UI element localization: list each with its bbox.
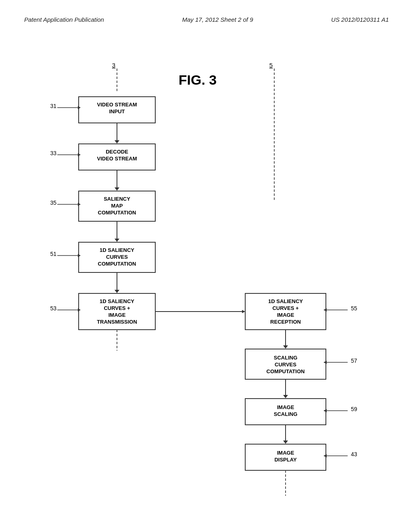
svg-text:VIDEO STREAM: VIDEO STREAM: [97, 102, 137, 108]
node-label-43: 43: [351, 451, 357, 457]
svg-text:TRANSMISSION: TRANSMISSION: [97, 319, 137, 325]
node-label-59: 59: [351, 406, 357, 412]
svg-text:CURVES: CURVES: [106, 254, 128, 260]
label-3: 3: [112, 62, 115, 69]
svg-text:DECODE: DECODE: [106, 149, 128, 155]
svg-text:CURVES: CURVES: [275, 362, 296, 368]
node-label-33: 33: [50, 150, 56, 156]
svg-marker-11: [115, 187, 119, 191]
node-label-31: 31: [50, 103, 56, 109]
svg-text:DISPLAY: DISPLAY: [274, 457, 296, 463]
label-5: 5: [269, 62, 273, 69]
svg-text:IMAGE: IMAGE: [277, 404, 294, 410]
svg-text:1D SALIENCY: 1D SALIENCY: [100, 298, 134, 304]
svg-text:INPUT: INPUT: [109, 108, 125, 114]
page: Patent Application Publication May 17, 2…: [0, 0, 413, 532]
svg-text:IMAGE: IMAGE: [277, 450, 294, 456]
svg-text:IMAGE: IMAGE: [277, 312, 294, 318]
svg-text:VIDEO STREAM: VIDEO STREAM: [97, 156, 137, 162]
svg-text:1D SALIENCY: 1D SALIENCY: [268, 298, 303, 304]
svg-marker-5: [115, 140, 119, 143]
svg-text:IMAGE: IMAGE: [108, 312, 126, 318]
svg-text:SCALING: SCALING: [274, 355, 298, 361]
svg-marker-25: [115, 290, 119, 293]
node-label-55: 55: [351, 305, 357, 312]
svg-text:RECEPTION: RECEPTION: [270, 319, 301, 325]
svg-marker-33: [242, 310, 245, 313]
svg-marker-48: [283, 395, 288, 398]
svg-marker-18: [115, 239, 119, 242]
node-label-53: 53: [50, 305, 56, 312]
svg-text:COMPUTATION: COMPUTATION: [98, 261, 136, 267]
svg-marker-54: [283, 441, 288, 444]
svg-text:SCALING: SCALING: [274, 411, 298, 417]
figure-title: FIG. 3: [179, 72, 217, 87]
node-label-35: 35: [50, 200, 56, 206]
svg-text:CURVES +: CURVES +: [104, 305, 130, 311]
node-label-51: 51: [50, 251, 56, 257]
svg-text:MAP: MAP: [111, 203, 123, 209]
svg-text:CURVES +: CURVES +: [272, 305, 299, 311]
svg-text:SALIENCY: SALIENCY: [104, 196, 130, 202]
svg-text:COMPUTATION: COMPUTATION: [98, 210, 136, 216]
svg-text:COMPUTATION: COMPUTATION: [267, 368, 305, 374]
node-label-57: 57: [351, 357, 357, 364]
diagram: FIG. 3 3 5 VIDEO STREAM INPUT 31 DECODE …: [0, 0, 413, 532]
svg-text:1D SALIENCY: 1D SALIENCY: [100, 247, 134, 253]
svg-marker-41: [283, 345, 288, 349]
